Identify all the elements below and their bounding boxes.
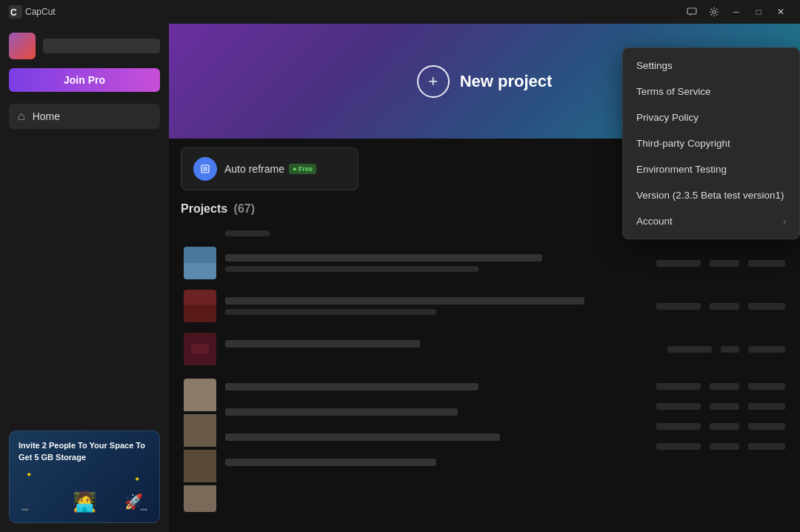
settings-icon xyxy=(709,7,719,17)
project-date xyxy=(656,303,701,310)
chevron-right-icon: › xyxy=(783,217,786,226)
col-name-bar xyxy=(225,230,270,236)
title-bar: C CapCut ─ □ ✕ xyxy=(0,0,800,24)
feedback-button[interactable] xyxy=(681,4,702,20)
main-layout: Join Pro ⌂ Home Invite 2 People To Your … xyxy=(0,24,800,532)
project-name-bar xyxy=(225,459,436,466)
auto-reframe-icon xyxy=(193,157,217,181)
menu-item-settings[interactable]: Settings xyxy=(623,53,799,79)
svg-point-3 xyxy=(713,10,716,13)
menu-item-terms[interactable]: Terms of Service xyxy=(623,79,799,104)
invite-banner[interactable]: Invite 2 People To Your Space To Get 5 G… xyxy=(9,430,160,523)
invite-text: Invite 2 People To Your Space To Get 5 G… xyxy=(19,440,150,463)
environment-label: Environment Testing xyxy=(636,164,727,175)
user-name-placeholder xyxy=(43,39,160,53)
third-party-label: Third-party Copyright xyxy=(636,138,730,149)
project-date xyxy=(656,423,701,430)
project-size xyxy=(748,260,785,267)
menu-item-environment[interactable]: Environment Testing xyxy=(623,156,799,182)
privacy-label: Privacy Policy xyxy=(636,112,699,123)
version-label: Version (2.3.5 Beta test version1) xyxy=(636,190,784,201)
thumb-svg xyxy=(184,290,216,322)
project-thumbnail xyxy=(184,379,216,512)
project-name-bar xyxy=(225,383,479,390)
menu-item-privacy[interactable]: Privacy Policy xyxy=(623,104,799,130)
table-row[interactable] xyxy=(181,371,788,512)
svg-rect-18 xyxy=(184,414,216,447)
project-name-bar xyxy=(225,433,500,441)
project-date xyxy=(656,403,701,410)
home-icon: ⌂ xyxy=(18,110,25,123)
project-info xyxy=(225,297,647,315)
thumb-svg xyxy=(184,247,216,279)
maximize-button[interactable]: □ xyxy=(748,4,769,20)
star-icon-1: ✦ xyxy=(26,471,32,479)
plus-symbol: + xyxy=(428,72,438,91)
svg-rect-5 xyxy=(203,167,207,171)
new-project-content: + New project xyxy=(417,65,553,98)
table-row[interactable] xyxy=(181,285,788,327)
character-icon: 🧑‍💻 xyxy=(73,491,96,513)
app-logo: C CapCut xyxy=(9,5,56,19)
svg-rect-14 xyxy=(184,290,216,305)
project-duration xyxy=(710,423,739,430)
tool-header: Auto reframe ● Free xyxy=(224,163,316,175)
auto-reframe-name: Auto reframe xyxy=(224,163,284,175)
join-pro-button[interactable]: Join Pro xyxy=(9,68,160,92)
project-info xyxy=(225,379,647,471)
account-label: Account xyxy=(636,216,673,227)
user-section xyxy=(9,33,160,59)
svg-text:C: C xyxy=(10,7,17,18)
project-duration xyxy=(710,383,739,390)
minimize-icon: ─ xyxy=(733,7,739,16)
minimize-button[interactable]: ─ xyxy=(726,4,747,20)
project-duration xyxy=(710,260,739,267)
close-button[interactable]: ✕ xyxy=(770,4,791,20)
project-list xyxy=(181,242,788,512)
dots-decoration: ••• xyxy=(21,506,28,513)
projects-title: Projects (67) xyxy=(181,202,255,216)
project-name-bar xyxy=(225,340,420,348)
project-thumbnail xyxy=(184,333,216,365)
project-duration xyxy=(710,403,739,410)
project-duration xyxy=(710,443,739,450)
maximize-icon: □ xyxy=(756,7,761,16)
table-row[interactable] xyxy=(181,328,788,370)
project-name-bar xyxy=(225,297,584,305)
sidebar: Join Pro ⌂ Home Invite 2 People To Your … xyxy=(0,24,169,532)
rocket-icon: 🚀 xyxy=(124,493,143,511)
project-duration xyxy=(710,303,739,310)
auto-reframe-card[interactable]: Auto reframe ● Free xyxy=(181,147,359,190)
nav-home-label: Home xyxy=(33,110,60,122)
star-icon-2: ✦ xyxy=(134,475,140,483)
svg-rect-19 xyxy=(184,450,216,482)
project-date xyxy=(656,443,701,450)
svg-rect-2 xyxy=(687,8,696,14)
settings-button[interactable] xyxy=(704,4,724,20)
project-size xyxy=(748,303,785,310)
svg-rect-12 xyxy=(184,263,216,279)
app-name: CapCut xyxy=(25,7,56,17)
project-duration xyxy=(721,346,739,353)
project-date xyxy=(656,260,701,267)
dropdown-menu: Settings Terms of Service Privacy Policy… xyxy=(622,47,800,239)
thumb-multi-svg xyxy=(184,379,216,512)
project-name-bar xyxy=(225,254,542,262)
close-icon: ✕ xyxy=(777,7,784,17)
avatar xyxy=(9,33,36,59)
menu-item-third-party[interactable]: Third-party Copyright xyxy=(623,130,799,156)
projects-section: Projects (67) xyxy=(169,199,800,512)
free-badge: ● Free xyxy=(289,164,316,174)
menu-item-version[interactable]: Version (2.3.5 Beta test version1) xyxy=(623,182,799,208)
project-thumbnail xyxy=(184,247,216,279)
project-size xyxy=(748,383,785,390)
project-meta-bar xyxy=(225,266,479,272)
title-bar-left: C CapCut xyxy=(9,5,56,19)
project-thumbnail xyxy=(184,290,216,322)
plus-circle-icon: + xyxy=(417,65,450,98)
thumb-svg xyxy=(184,333,216,365)
menu-item-account[interactable]: Account › xyxy=(623,208,799,234)
table-row[interactable] xyxy=(181,242,788,284)
title-bar-icons: ─ □ ✕ xyxy=(681,4,791,20)
sidebar-item-home[interactable]: ⌂ Home xyxy=(9,104,160,129)
